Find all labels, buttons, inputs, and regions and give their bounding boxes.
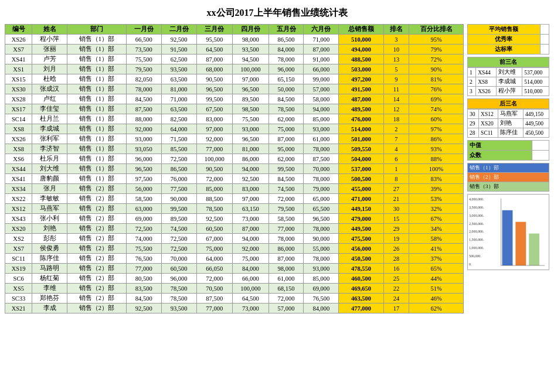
- table-cell: 72,000: [196, 174, 233, 184]
- chart-box: 4,000,000. 3,500,000. 3,000,000. 2,500,0…: [467, 194, 549, 270]
- table-cell: 56,000: [126, 184, 161, 194]
- table-cell: 57,000: [304, 84, 339, 94]
- table-cell: 7: [383, 134, 409, 144]
- table-cell: 86,000: [268, 244, 304, 254]
- table-row: SC14杜月兰销售（1）部88,00082,50083,00075,50062,…: [5, 114, 464, 124]
- table-cell: 449,150: [339, 204, 383, 214]
- table-cell: 95,000: [268, 144, 304, 154]
- table-cell: 95,500: [196, 35, 233, 45]
- table-cell: XS8: [5, 124, 32, 134]
- table-row: XS28卢红销售（1）部84,50071,00099,50089,50084,5…: [5, 94, 464, 104]
- table-cell: 98,500: [233, 104, 269, 114]
- table-cell: 90,000: [161, 194, 196, 204]
- dept-table: 销售（1）部 销售（2）部 销售（3）部: [467, 163, 549, 192]
- top3-cell: 2: [468, 77, 476, 87]
- table-cell: 78,000: [126, 84, 161, 94]
- svg-text:3,000,000.: 3,000,000.: [469, 214, 484, 217]
- table-cell: 471,000: [339, 194, 383, 204]
- table-cell: 85,500: [161, 144, 196, 154]
- top-row: 优秀率: [468, 35, 549, 45]
- col-header-name: 姓名: [32, 25, 67, 35]
- table-cell: 64,000: [196, 254, 233, 264]
- table-cell: XS1: [5, 64, 32, 74]
- table-cell: 62,000: [268, 154, 304, 164]
- table-row: XS41唐豹颜销售（1）部97,50076,00072,00092,50084,…: [5, 174, 464, 184]
- table-cell: 71,000: [304, 35, 339, 45]
- table-cell: 90%: [409, 64, 464, 74]
- table-cell: 19: [383, 234, 409, 244]
- table-cell: 78,000: [304, 254, 339, 264]
- table-cell: 销售（2）部: [67, 264, 127, 274]
- pass-value: [540, 45, 549, 54]
- table-cell: XS6: [5, 154, 32, 164]
- table-cell: XS17: [5, 104, 32, 114]
- table-cell: 销售（2）部: [67, 304, 127, 313]
- table-cell: 销售（2）部: [67, 234, 127, 244]
- table-cell: 96,500: [233, 134, 269, 144]
- table-cell: 杜乐月: [32, 154, 67, 164]
- top3-table: 1XS44刘大维537,0002XS8李成城514,0003XS26程小萍510…: [467, 67, 549, 96]
- table-cell: 449,500: [339, 224, 383, 234]
- col-header-dept: 部门: [67, 25, 127, 35]
- top-value: [540, 35, 549, 45]
- top3-cell: XS26: [476, 87, 497, 96]
- table-cell: 3: [383, 35, 409, 45]
- table-cell: 93,000: [304, 124, 339, 134]
- bot3-cell: XS12: [479, 110, 498, 119]
- table-cell: 86,500: [268, 35, 304, 45]
- table-cell: 张月: [32, 184, 67, 194]
- table-cell: 96,000: [268, 64, 304, 74]
- table-cell: XS41: [5, 174, 32, 184]
- table-cell: 66,000: [304, 64, 339, 74]
- table-cell: 65,000: [304, 194, 339, 204]
- bot3-row: 29XS20刘艳449,500: [468, 119, 549, 128]
- page-title: xx公司2017上半年销售业绩统计表: [5, 5, 549, 22]
- table-cell: 87,000: [304, 45, 339, 54]
- table-cell: 100,000: [233, 284, 269, 294]
- median-mode-table: 中值 众数: [467, 140, 549, 161]
- table-cell: 96,500: [126, 164, 161, 174]
- table-cell: 销售（2）部: [67, 254, 127, 264]
- table-cell: 78,500: [161, 284, 196, 294]
- table-cell: 450,500: [339, 254, 383, 264]
- table-cell: 25: [383, 274, 409, 284]
- table-cell: 463,500: [339, 294, 383, 304]
- table-cell: 77,000: [268, 224, 304, 234]
- table-cell: 销售（2）部: [67, 204, 127, 214]
- table-cell: 91,500: [161, 45, 196, 54]
- table-cell: 60,500: [161, 264, 196, 274]
- table-cell: 28: [383, 254, 409, 264]
- table-cell: 销售（1）部: [67, 35, 127, 45]
- table-cell: XS26: [5, 35, 32, 45]
- table-cell: 61,000: [268, 274, 304, 284]
- table-cell: 75,500: [233, 114, 269, 124]
- table-cell: 79,500: [126, 64, 161, 74]
- top3-row: 3XS26程小萍510,000: [468, 87, 549, 96]
- svg-text:0.: 0.: [469, 263, 472, 266]
- table-body: XS26程小萍销售（1）部66,50092,50095,50098,00086,…: [5, 35, 464, 313]
- table-cell: 78,500: [196, 204, 233, 214]
- median-row: 中值: [468, 141, 549, 151]
- table-row: XS22李敏敏销售（2）部58,50090,00088,50097,00072,…: [5, 194, 464, 204]
- table-cell: 72,000: [196, 274, 233, 284]
- top3-cell: 李成城: [496, 77, 522, 87]
- table-row: XS21李成销售（2）部92,50093,50077,00073,00057,0…: [5, 304, 464, 313]
- table-cell: 72,500: [126, 224, 161, 234]
- top3-cell: XS8: [476, 77, 497, 87]
- table-cell: 46%: [409, 294, 464, 304]
- table-cell: 85,000: [196, 184, 233, 194]
- avg-value: [540, 25, 549, 35]
- table-cell: 刘艳: [32, 224, 67, 234]
- table-cell: 16: [383, 264, 409, 274]
- table-cell: 销售（2）部: [67, 274, 127, 284]
- table-cell: 马燕军: [32, 204, 67, 214]
- table-cell: 陈序佳: [32, 254, 67, 264]
- table-cell: 488,500: [339, 54, 383, 64]
- table-cell: 64,500: [233, 294, 269, 304]
- table-cell: 92,500: [161, 35, 196, 45]
- bot3-cell: 450,500: [524, 128, 549, 138]
- table-cell: 80,500: [126, 274, 161, 284]
- col-header-jun: 六月份: [304, 25, 339, 35]
- table-cell: 58,000: [304, 94, 339, 104]
- table-cell: 44%: [409, 274, 464, 284]
